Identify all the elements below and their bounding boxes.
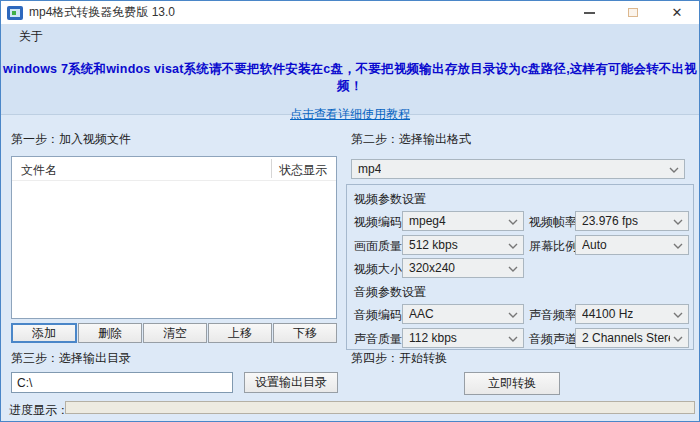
audio-quality-label: 声音质量 [354, 331, 402, 348]
video-codec-value: mpeg4 [409, 214, 446, 228]
chevron-down-icon [508, 312, 518, 318]
title-bar: mp4格式转换器免费版 13.0 ✕ [1, 1, 699, 24]
audio-channels-select[interactable]: 2 Channels Stereo [575, 328, 689, 348]
progress-label: 进度显示： [9, 402, 69, 419]
video-size-label: 视频大小 [354, 261, 402, 278]
move-down-button[interactable]: 下移 [273, 323, 337, 343]
file-list-table[interactable]: 文件名 状态显示 [11, 156, 337, 319]
chevron-down-icon [508, 243, 518, 249]
video-framerate-value: 23.976 fps [582, 214, 638, 228]
minimize-icon [584, 12, 595, 14]
chevron-down-icon [508, 336, 518, 342]
chevron-down-icon [669, 167, 679, 173]
picture-quality-select[interactable]: 512 kbps [402, 235, 524, 255]
aspect-ratio-select[interactable]: Auto [575, 235, 689, 255]
video-framerate-label: 视频帧率 [529, 214, 577, 231]
app-icon [7, 6, 23, 20]
chevron-down-icon [673, 219, 683, 225]
output-dir-input[interactable] [11, 372, 233, 393]
video-codec-label: 视频编码 [354, 214, 402, 231]
progress-bar [65, 401, 695, 414]
audio-quality-value: 112 kbps [409, 331, 457, 345]
step3-label: 第三步：选择输出目录 [11, 350, 131, 367]
add-button[interactable]: 添加 [11, 323, 77, 343]
audio-frequency-value: 44100 Hz [582, 307, 633, 321]
video-size-value: 320x240 [409, 261, 455, 275]
step4-label: 第四步：开始转换 [351, 350, 447, 367]
picture-quality-value: 512 kbps [409, 238, 458, 252]
chevron-down-icon [673, 243, 683, 249]
audio-codec-label: 音频编码 [354, 307, 402, 324]
audio-frequency-select[interactable]: 44100 Hz [575, 304, 689, 324]
window-controls: ✕ [567, 1, 699, 24]
close-button[interactable]: ✕ [655, 1, 699, 24]
chevron-down-icon [508, 266, 518, 272]
file-action-buttons: 添加 删除 清空 上移 下移 [11, 323, 337, 343]
audio-codec-value: AAC [409, 307, 434, 321]
output-format-select[interactable]: mp4 [351, 159, 685, 179]
step1-label: 第一步：加入视频文件 [11, 131, 131, 148]
maximize-button[interactable] [611, 1, 655, 24]
step2-label: 第二步：选择输出格式 [351, 131, 471, 148]
warning-banner: windows 7系统和windos visat系统请不要把软件安装在c盘，不要… [1, 46, 699, 115]
chevron-down-icon [673, 312, 683, 318]
column-header-status[interactable]: 状态显示 [279, 162, 327, 179]
audio-channels-label: 音频声道 [529, 331, 577, 348]
move-up-button[interactable]: 上移 [208, 323, 272, 343]
audio-channels-value: 2 Channels Stereo [582, 331, 670, 345]
clear-button[interactable]: 清空 [143, 323, 207, 343]
audio-codec-select[interactable]: AAC [402, 304, 524, 324]
aspect-ratio-value: Auto [582, 238, 607, 252]
app-window: mp4格式转换器免费版 13.0 ✕ 关于 windows 7系统和windos… [0, 0, 700, 422]
file-list-header: 文件名 状态显示 [12, 157, 336, 181]
aspect-ratio-label: 屏幕比例 [529, 238, 577, 255]
parameters-panel: 视频参数设置 视频编码 mpeg4 视频帧率 23.976 fps 画面质量 5… [346, 184, 694, 350]
menu-bar: 关于 [1, 24, 699, 46]
chevron-down-icon [508, 219, 518, 225]
close-icon: ✕ [672, 6, 683, 19]
video-codec-select[interactable]: mpeg4 [402, 211, 524, 231]
delete-button[interactable]: 删除 [78, 323, 142, 343]
audio-frequency-label: 声音频率 [529, 307, 577, 324]
chevron-down-icon [673, 336, 683, 342]
column-divider [271, 159, 272, 178]
video-params-title: 视频参数设置 [354, 191, 426, 208]
output-format-value: mp4 [358, 162, 381, 176]
column-header-filename[interactable]: 文件名 [21, 162, 57, 179]
video-size-select[interactable]: 320x240 [402, 258, 524, 278]
minimize-button[interactable] [567, 1, 611, 24]
picture-quality-label: 画面质量 [354, 238, 402, 255]
audio-quality-select[interactable]: 112 kbps [402, 328, 524, 348]
set-output-dir-button[interactable]: 设置输出目录 [244, 372, 338, 393]
tutorial-link[interactable]: 点击查看详细使用教程 [290, 106, 410, 123]
convert-now-button[interactable]: 立即转换 [464, 372, 560, 395]
window-title: mp4格式转换器免费版 13.0 [29, 4, 175, 21]
video-framerate-select[interactable]: 23.976 fps [575, 211, 689, 231]
maximize-icon [628, 8, 638, 17]
warning-text: windows 7系统和windos visat系统请不要把软件安装在c盘，不要… [1, 61, 699, 95]
audio-params-title: 音频参数设置 [354, 284, 426, 301]
